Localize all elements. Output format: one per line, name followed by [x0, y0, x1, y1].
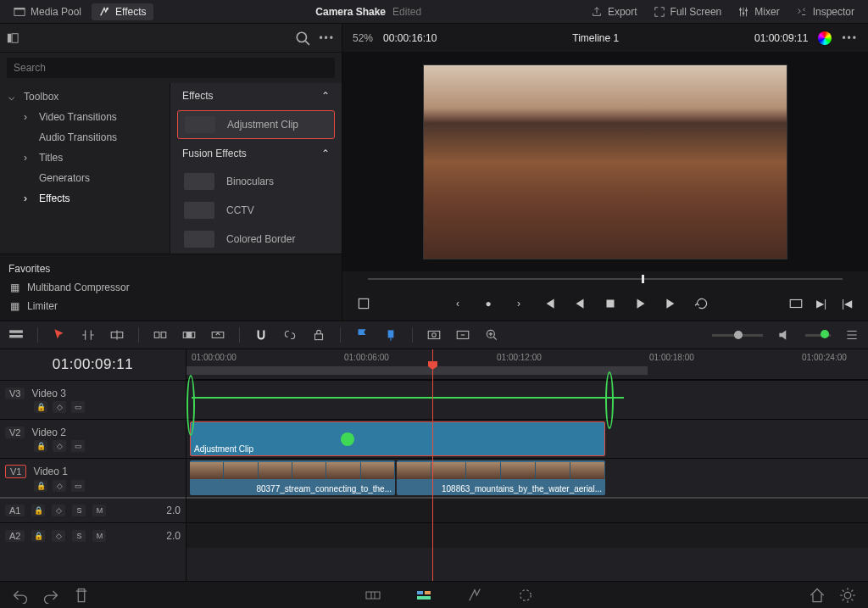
fav-multiband-compressor[interactable]: ▦Multiband Compressor [0, 278, 342, 297]
in-point-icon[interactable]: ▶| [814, 296, 829, 311]
play-reverse-icon[interactable] [572, 296, 587, 311]
track-v3[interactable] [186, 380, 868, 419]
replace-icon[interactable] [210, 327, 225, 343]
cat-generators[interactable]: Generators [0, 168, 170, 188]
lock-icon[interactable] [311, 327, 326, 343]
insert-icon[interactable] [153, 327, 168, 343]
snap-icon[interactable] [253, 327, 269, 343]
track-header-v3[interactable]: V3Video 3 🔒◇▭ [0, 380, 186, 419]
fx-cctv[interactable]: CCTV [177, 197, 335, 224]
clip-video-1[interactable]: 80377_stream_connecting_to_the... [190, 460, 395, 495]
volume-slider[interactable] [805, 334, 831, 337]
overwrite-icon[interactable] [181, 327, 197, 343]
panel-options-icon[interactable]: ••• [319, 32, 335, 44]
inspector-button[interactable]: Inspector [789, 3, 861, 20]
cat-audio-transitions[interactable]: Audio Transitions [0, 127, 170, 148]
lock-icon[interactable]: 🔒 [31, 505, 45, 516]
zoom-fit-icon[interactable] [455, 327, 470, 343]
zoom-out-icon[interactable] [426, 327, 442, 343]
stop-icon[interactable] [603, 296, 618, 311]
home-icon[interactable] [809, 587, 826, 604]
search-input[interactable]: Search [7, 58, 335, 78]
link-icon[interactable] [282, 327, 298, 343]
blade-tool-icon[interactable] [109, 327, 125, 343]
auto-select-icon[interactable]: ◇ [53, 480, 66, 492]
solo-button[interactable]: S [72, 505, 86, 516]
mute-button[interactable]: M [92, 505, 106, 516]
auto-select-icon[interactable]: ◇ [53, 401, 66, 413]
export-button[interactable]: Export [584, 3, 644, 20]
lock-icon[interactable]: 🔒 [34, 480, 47, 492]
timeline-menu-icon[interactable] [844, 327, 860, 343]
timeline-name[interactable]: Timeline 1 [572, 32, 619, 44]
track-header-v1[interactable]: V1Video 1 🔒◇▭ [0, 458, 186, 497]
track-header-v2[interactable]: V2Video 2 🔒◇▭ [0, 419, 186, 458]
search-icon[interactable] [295, 31, 310, 46]
match-frame-icon[interactable] [788, 296, 804, 311]
go-start-icon[interactable] [542, 296, 557, 311]
cat-video-transitions[interactable]: ›Video Transitions [0, 107, 170, 127]
redo-icon[interactable] [42, 587, 59, 604]
trash-icon[interactable] [73, 587, 90, 604]
fx-binoculars[interactable]: Binoculars [177, 168, 335, 195]
selection-tool-icon[interactable] [52, 327, 67, 343]
auto-select-icon[interactable]: ◇ [52, 530, 65, 542]
track-a1[interactable] [186, 497, 868, 522]
next-marker-icon[interactable]: › [511, 296, 526, 311]
track-area[interactable]: 01:00:00:00 01:00:06:00 01:00:12:00 01:0… [186, 349, 868, 581]
crop-icon[interactable] [356, 296, 371, 311]
record-icon[interactable]: ● [481, 296, 496, 311]
viewer-options-icon[interactable]: ••• [842, 32, 858, 44]
page-fusion-icon[interactable] [466, 587, 483, 604]
play-icon[interactable] [633, 296, 648, 311]
fx-colored-border[interactable]: Colored Border [177, 226, 335, 253]
timeline-ruler[interactable]: 01:00:00:00 01:00:06:00 01:00:12:00 01:0… [186, 349, 868, 380]
visible-icon[interactable]: ▭ [71, 401, 85, 413]
flag-icon[interactable] [354, 327, 370, 343]
track-a2[interactable] [186, 522, 868, 548]
page-cut-icon[interactable] [364, 587, 381, 604]
panel-layout-icon[interactable] [7, 32, 19, 44]
lock-icon[interactable]: 🔒 [34, 440, 47, 452]
lock-icon[interactable]: 🔒 [31, 530, 45, 542]
viewer-zoom[interactable]: 52% [353, 32, 373, 44]
go-end-icon[interactable] [664, 296, 679, 311]
undo-icon[interactable] [12, 587, 29, 604]
track-v2[interactable]: Adjustment Clip [186, 419, 868, 458]
zoom-slider[interactable] [712, 334, 763, 337]
zoom-in-icon[interactable] [484, 327, 499, 343]
color-wheel-icon[interactable] [818, 31, 832, 45]
prev-marker-icon[interactable]: ‹ [450, 296, 465, 311]
effects-group-header[interactable]: Effects⌃ [174, 83, 338, 109]
lock-icon[interactable]: 🔒 [34, 401, 47, 413]
viewer-canvas[interactable] [342, 53, 868, 271]
cat-titles[interactable]: ›Titles [0, 148, 170, 168]
media-pool-tab[interactable]: Media Pool [7, 3, 88, 20]
mixer-button[interactable]: Mixer [731, 3, 786, 20]
track-header-a2[interactable]: A2 🔒 ◇ S M 2.0 [0, 522, 186, 548]
clip-video-2[interactable]: 108863_mountains_by_the_water_aerial... [397, 460, 605, 495]
marker-icon[interactable] [383, 327, 398, 343]
auto-select-icon[interactable]: ◇ [52, 505, 65, 516]
full-screen-button[interactable]: Full Screen [647, 3, 729, 20]
timeline-view-icon[interactable] [8, 327, 24, 343]
viewer-scrubber[interactable] [342, 271, 868, 287]
page-edit-icon[interactable] [415, 587, 432, 604]
auto-select-icon[interactable]: ◇ [53, 440, 66, 452]
page-color-icon[interactable] [517, 587, 534, 604]
fusion-effects-group-header[interactable]: Fusion Effects⌃ [174, 141, 338, 166]
solo-button[interactable]: S [72, 530, 86, 542]
toolbox-header[interactable]: ⌵Toolbox [0, 86, 170, 107]
out-point-icon[interactable]: |◀ [839, 296, 854, 311]
clip-adjustment[interactable]: Adjustment Clip [190, 421, 605, 456]
visible-icon[interactable]: ▭ [71, 440, 85, 452]
track-v1[interactable]: 80377_stream_connecting_to_the... 108863… [186, 458, 868, 497]
volume-icon[interactable] [776, 327, 792, 343]
fav-limiter[interactable]: ▦Limiter [0, 297, 342, 315]
effects-tab[interactable]: Effects [92, 3, 153, 20]
track-header-a1[interactable]: A1 🔒 ◇ S M 2.0 [0, 497, 186, 522]
fx-adjustment-clip[interactable]: Adjustment Clip [177, 110, 335, 139]
trim-tool-icon[interactable] [81, 327, 96, 343]
visible-icon[interactable]: ▭ [71, 480, 85, 492]
playhead[interactable] [432, 349, 433, 581]
